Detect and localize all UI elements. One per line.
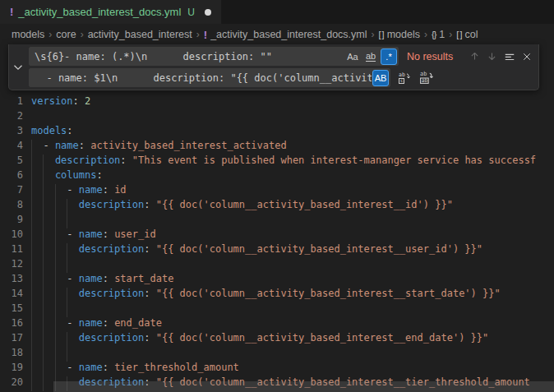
breadcrumb-item[interactable]: [ ]col: [456, 29, 478, 40]
find-input[interactable]: \s{6}- name: (.*)\n description: "" Aa a…: [29, 47, 399, 66]
code-line[interactable]: 17description: "{{ doc('column__activity…: [0, 332, 554, 347]
next-match-button[interactable]: [483, 48, 501, 65]
replace-row: - name: $1\n description: "{{ doc('colum…: [29, 68, 535, 87]
replace-icon: ab c: [398, 71, 411, 85]
line-number: 6: [0, 169, 31, 184]
line-number: 19: [0, 362, 31, 376]
close-icon: [522, 52, 532, 62]
breadcrumb-item[interactable]: {}1: [432, 29, 445, 40]
code-line[interactable]: 18: [0, 347, 554, 362]
breadcrumb-label: 1: [439, 29, 445, 40]
find-in-selection-button[interactable]: [501, 48, 518, 65]
previous-match-button[interactable]: [466, 48, 483, 65]
line-number: 18: [0, 347, 31, 362]
indent-guide: [43, 199, 54, 214]
line-content: [31, 214, 79, 228]
code-line[interactable]: 14description: "{{ doc('column__activity…: [0, 288, 554, 302]
array-symbol-icon: [ ]: [379, 30, 384, 39]
indent-guide: [43, 302, 54, 317]
indent-guide: [55, 347, 67, 362]
code-line[interactable]: 6columns:: [0, 169, 554, 184]
replace-actions: ab c ab ab: [396, 70, 434, 86]
indent-guide: [43, 288, 54, 302]
replace-all-icon: ab ab: [419, 71, 433, 85]
breadcrumb-item[interactable]: !_activity_based_interest_docs.yml: [204, 29, 367, 41]
line-number: 15: [0, 302, 31, 317]
unsaved-changes-dot-icon[interactable]: [205, 9, 211, 16]
horizontal-scrollbar[interactable]: [53, 381, 554, 392]
preserve-case-button[interactable]: AB: [372, 70, 389, 86]
indent-guide: [55, 228, 67, 243]
svg-text:ab: ab: [421, 77, 427, 84]
code-line[interactable]: 3models:: [0, 125, 554, 140]
editor-pane[interactable]: 1version: 223models:4- name: activity_ba…: [0, 44, 554, 392]
match-case-button[interactable]: Aa: [344, 48, 361, 65]
indent-guide: [55, 362, 67, 376]
indent-guide: [43, 317, 54, 332]
tab-filename: _activity_based_interest_docs.yml: [18, 6, 181, 18]
line-content: description: "{{ doc('column__activity_b…: [31, 199, 453, 214]
code-line[interactable]: 1version: 2: [0, 95, 554, 110]
code-line[interactable]: 19- name: tier_threshold_amount: [0, 362, 554, 376]
regex-button[interactable]: .*: [381, 48, 397, 65]
indent-guide: [43, 214, 54, 228]
breadcrumb-item[interactable]: models: [12, 29, 44, 40]
breadcrumb-separator-icon: ›: [81, 29, 84, 40]
breadcrumb-separator-icon: ›: [48, 29, 52, 40]
indent-guide: [31, 302, 43, 317]
code-line[interactable]: 7- name: id: [0, 184, 554, 199]
breadcrumb-item[interactable]: [ ]models: [379, 29, 420, 40]
code-line[interactable]: 5description: "This event is published w…: [0, 154, 554, 169]
tab-active-file[interactable]: ! _activity_based_interest_docs.yml U: [0, 0, 222, 24]
indent-guide: [67, 288, 78, 302]
breadcrumb-item[interactable]: activity_based_interest: [88, 29, 192, 40]
line-content: - name: tier_threshold_amount: [31, 362, 239, 376]
breadcrumb-item[interactable]: core: [56, 29, 76, 40]
replace-input[interactable]: - name: $1\n description: "{{ doc('colum…: [29, 68, 390, 87]
line-content: description: "{{ doc('column__activity_b…: [31, 332, 488, 347]
indent-guide: [55, 214, 67, 228]
code-line[interactable]: 2: [0, 110, 554, 125]
indent-guide: [55, 258, 67, 273]
indent-guide: [55, 184, 67, 199]
indent-guide: [31, 184, 43, 199]
indent-guide: [43, 169, 54, 184]
breadcrumb-separator-icon: ›: [372, 29, 375, 40]
indent-guide: [43, 347, 54, 362]
indent-guide: [31, 199, 43, 214]
line-number: 4: [0, 140, 31, 154]
line-number: 12: [0, 258, 31, 273]
indent-guide: [31, 273, 43, 288]
line-number: 3: [0, 125, 31, 140]
code-line[interactable]: 8description: "{{ doc('column__activity_…: [0, 199, 554, 214]
indent-guide: [67, 199, 78, 214]
whole-word-button[interactable]: ab: [362, 48, 379, 65]
indent-guide: [43, 154, 54, 169]
line-content: description: "{{ doc('column__activity_b…: [31, 288, 501, 302]
selection-filter-icon: [504, 51, 515, 62]
indent-guide: [43, 273, 54, 288]
code-line[interactable]: 9: [0, 214, 554, 228]
replace-button[interactable]: ab c: [396, 70, 413, 86]
code-line[interactable]: 13- name: start_date: [0, 273, 554, 288]
git-untracked-badge: U: [187, 7, 195, 18]
line-content: - name: id: [31, 184, 127, 199]
indent-guide: [31, 347, 43, 362]
indent-guide: [31, 228, 43, 243]
find-status-text: No results: [407, 51, 453, 62]
code-line[interactable]: 15: [0, 302, 554, 317]
replace-all-button[interactable]: ab ab: [418, 70, 434, 86]
toggle-replace-button[interactable]: [9, 44, 27, 90]
code-line[interactable]: 11description: "{{ doc('column__activity…: [0, 243, 554, 258]
line-content: columns:: [31, 169, 103, 184]
line-content: - name: user_id: [31, 228, 156, 243]
array-symbol-icon: [ ]: [456, 30, 461, 39]
code-line[interactable]: 10- name: user_id: [0, 228, 554, 243]
breadcrumb: models›core›activity_based_interest›!_ac…: [0, 25, 554, 44]
code-line[interactable]: 4- name: activity_based_interest_activat…: [0, 140, 554, 154]
line-content: [31, 347, 79, 362]
close-find-button[interactable]: [518, 48, 535, 65]
code-line[interactable]: 16- name: end_date: [0, 317, 554, 332]
object-symbol-icon: {}: [432, 30, 436, 39]
code-line[interactable]: 12: [0, 258, 554, 273]
